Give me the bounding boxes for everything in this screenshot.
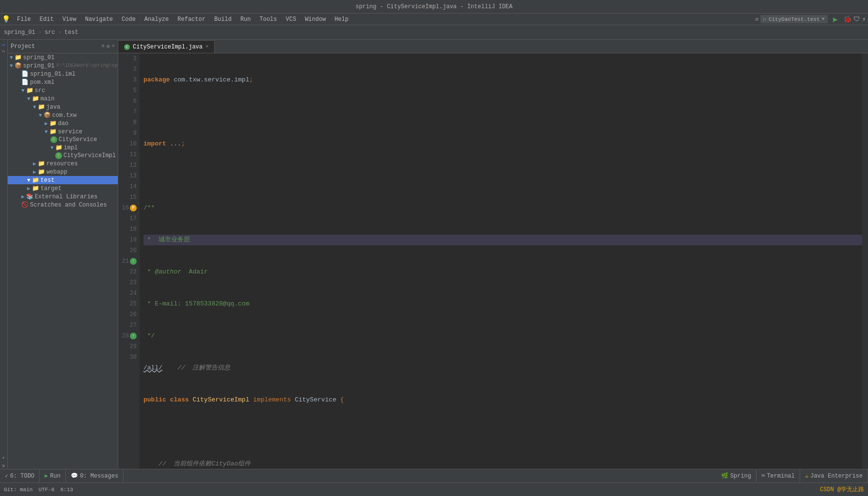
- line-numbers: 1 2 3 5 6 7 8 9 10 11 12 13 14 15 16 P: [118, 53, 140, 469]
- tree-item-webapp[interactable]: ▶ 📁 webapp: [8, 168, 118, 176]
- coverage-button[interactable]: 🛡: [853, 16, 860, 23]
- code-line-12: [143, 427, 862, 437]
- run-config-area: ⇄ ▷ CityDaoTest.test ▼ ▶ 🐞 🛡 ⚡: [755, 14, 866, 25]
- run-tab-icon: ▶: [45, 472, 48, 480]
- tree-item-resources[interactable]: ▶ 📁 resources: [8, 160, 118, 168]
- tree-item-external-libs[interactable]: ▶ 📚 External Libraries: [8, 192, 118, 201]
- tree-item-src[interactable]: ▼ 📁 src: [8, 86, 118, 95]
- breadcrumb-root[interactable]: spring_01: [4, 29, 35, 36]
- todo-icon: ✓: [5, 473, 8, 479]
- menu-navigate[interactable]: Navigate: [81, 15, 117, 24]
- tab-label: CityServiceImpl.java: [133, 44, 203, 50]
- run-config-dropdown-icon[interactable]: ▼: [822, 16, 825, 22]
- tree-item-iml[interactable]: 📄 spring_01.iml: [8, 70, 118, 78]
- tree-item-pom[interactable]: 📄 pom.xml: [8, 78, 118, 86]
- window-title: spring - CityServiceImpl.java - IntelliJ…: [355, 3, 512, 10]
- main-folder-icon: 📁: [32, 95, 39, 102]
- java-enterprise-label: Java Enterprise: [810, 473, 863, 480]
- terminal-label: Terminal: [767, 473, 795, 480]
- messages-tab[interactable]: 💬 0: Messages: [66, 469, 124, 483]
- tree-item-java[interactable]: ▼ 📁 java: [8, 103, 118, 111]
- menu-file[interactable]: File: [13, 15, 35, 24]
- code-editor-container[interactable]: 1 2 3 5 6 7 8 9 10 11 12 13 14 15 16 P: [118, 53, 868, 469]
- tab-bar: C CityServiceImpl.java ×: [118, 40, 868, 53]
- menu-vcs[interactable]: VCS: [282, 15, 300, 24]
- java-folder-icon: 📁: [38, 103, 45, 111]
- src-folder-icon: 📁: [26, 87, 33, 94]
- tree-item-cityserviceimpl[interactable]: C CityServiceImpl: [8, 152, 118, 160]
- java-enterprise-tab[interactable]: ☕ Java Enterprise: [800, 469, 868, 483]
- code-line-6: * 城市业务层: [143, 235, 862, 245]
- run-button[interactable]: ▶: [830, 14, 841, 25]
- toolbar: spring_01 › src › test: [0, 25, 868, 40]
- iml-icon: 📄: [21, 70, 29, 78]
- more-run-button[interactable]: ⚡: [862, 15, 866, 23]
- cityservice-class-icon: C: [50, 136, 57, 143]
- run-config-selector[interactable]: ▷ CityDaoTest.test ▼: [760, 15, 827, 23]
- code-line-4: [143, 171, 862, 181]
- structure-panel-toggle[interactable]: 2: [0, 48, 7, 54]
- code-line-3: import ...;: [143, 139, 862, 149]
- breadcrumb-test[interactable]: test: [64, 29, 79, 36]
- tab-cityserviceimpl[interactable]: C CityServiceImpl.java ×: [118, 40, 215, 53]
- tree-item-test[interactable]: ▼ 📁 test: [8, 176, 118, 184]
- panel-close-icon[interactable]: ×: [111, 43, 115, 49]
- favorites-toggle[interactable]: ★: [0, 454, 7, 463]
- menu-edit[interactable]: Edit: [36, 15, 58, 24]
- webapp-folder-icon: 📁: [38, 168, 45, 176]
- tree-item-cityservice[interactable]: C CityService: [8, 136, 118, 144]
- code-line-5: /**: [143, 203, 862, 213]
- todo-tab[interactable]: ✓ 6: TODO: [0, 469, 40, 483]
- terminal-tab[interactable]: ⌨ Terminal: [757, 469, 800, 483]
- scrollbar-gutter[interactable]: [862, 53, 868, 469]
- external-libs-icon: 📚: [26, 193, 33, 200]
- menu-run[interactable]: Run: [237, 15, 255, 24]
- tab-close-icon[interactable]: ×: [205, 44, 208, 49]
- git-status: Git: main: [4, 487, 32, 493]
- panel-settings-icon[interactable]: ⚙: [107, 43, 110, 49]
- project-folder-icon: 📁: [15, 54, 22, 61]
- dao-folder-icon: 📁: [49, 120, 57, 127]
- menu-help[interactable]: Help: [331, 15, 352, 24]
- spring-tab[interactable]: 🌿 Spring: [716, 469, 757, 483]
- breadcrumb-src[interactable]: src: [45, 29, 55, 36]
- tree-item-service[interactable]: ▼ 📁 service: [8, 128, 118, 136]
- debug-button[interactable]: 🐞: [843, 15, 852, 23]
- test-folder-icon: 📁: [32, 176, 39, 184]
- menu-analyze[interactable]: Analyze: [141, 15, 173, 24]
- code-line-7: * @author Adair: [143, 267, 862, 277]
- panel-gear-icon[interactable]: ≡: [101, 43, 105, 49]
- tree-item-target[interactable]: ▶ 📁 target: [8, 184, 118, 192]
- menu-build[interactable]: Build: [210, 15, 236, 24]
- tree-item-spring01[interactable]: ▼ 📁 spring_01: [8, 53, 118, 62]
- tree-item-dao[interactable]: ▶ 📁 dao: [8, 119, 118, 128]
- web-toggle[interactable]: W: [0, 463, 7, 469]
- status-left: Git: main UTF-8 6:13: [4, 487, 73, 493]
- editor-area: C CityServiceImpl.java × 1 2 3 5 6 7 8 9: [118, 40, 868, 469]
- expand-icon[interactable]: ⇄: [755, 16, 758, 23]
- messages-icon: 💬: [71, 472, 78, 480]
- menu-code[interactable]: Code: [118, 15, 140, 24]
- tree-item-module[interactable]: ▼ 📦 spring_01 F:\IDEAWork\spring\sprin..…: [8, 62, 118, 70]
- module-icon: 📦: [15, 62, 22, 69]
- tree-item-scratches[interactable]: 🚫 Scratches and Consoles: [8, 201, 118, 209]
- tree-item-impl[interactable]: ▼ 📁 impl: [8, 144, 118, 152]
- menu-refactor[interactable]: Refactor: [174, 15, 209, 24]
- code-line-8: * E-mail: 1578533828@qq.com: [143, 299, 862, 309]
- project-panel-toggle[interactable]: 1: [0, 42, 7, 48]
- status-right: CSDN @学无止路: [820, 485, 864, 494]
- run-config-icon: ▷: [763, 16, 767, 22]
- code-content[interactable]: package com.txw.service.impl; import ...…: [140, 53, 862, 469]
- code-line-9: */: [143, 331, 862, 341]
- menu-view[interactable]: View: [59, 15, 80, 24]
- code-line-11: public class CityServiceImpl implements …: [143, 395, 862, 405]
- menu-tools[interactable]: Tools: [256, 15, 281, 24]
- menu-window[interactable]: Window: [301, 15, 330, 24]
- tab-class-icon: C: [124, 44, 130, 50]
- tree-item-comtxw[interactable]: ▼ 📦 com.txw: [8, 111, 118, 119]
- side-icon-bar: 1 2 ★ W: [0, 40, 8, 469]
- title-bar: spring - CityServiceImpl.java - IntelliJ…: [0, 0, 868, 14]
- run-tab[interactable]: ▶ Run: [40, 469, 66, 483]
- tree-item-main[interactable]: ▼ 📁 main: [8, 95, 118, 103]
- project-panel: Project ≡ ⚙ × ▼ 📁 spring_01 ▼: [8, 40, 118, 469]
